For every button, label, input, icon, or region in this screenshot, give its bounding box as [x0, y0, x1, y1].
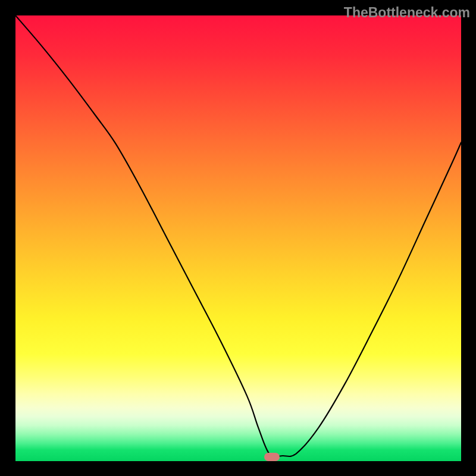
bottleneck-curve: [15, 15, 461, 461]
chart-frame: TheBottleneck.com: [0, 0, 476, 476]
optimal-point-marker: [264, 453, 280, 461]
watermark-text: TheBottleneck.com: [344, 5, 470, 21]
plot-area: [15, 15, 461, 461]
